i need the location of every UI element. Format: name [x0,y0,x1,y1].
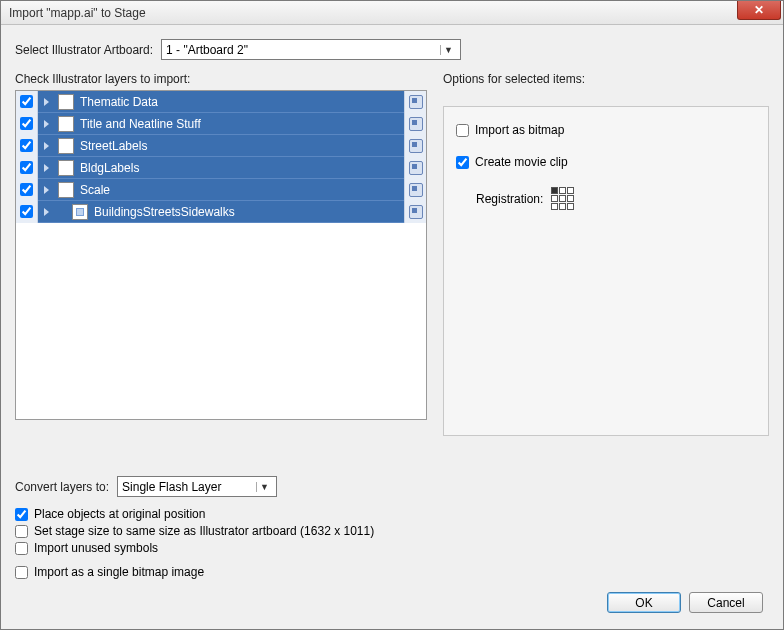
registration-row: Registration: [476,187,756,210]
dialog-content: Select Illustrator Artboard: 1 - "Artboa… [1,25,783,629]
layer-name: Thematic Data [78,95,404,109]
layer-row[interactable]: BldgLabels [16,157,426,179]
options-column: Options for selected items: Import as bi… [443,72,769,436]
triangle-right-icon [44,208,49,216]
bottom-section: Convert layers to: Single Flash Layer ▼ … [15,476,769,582]
triangle-right-icon [44,186,49,194]
layer-row[interactable]: Scale [16,179,426,201]
expand-toggle[interactable] [38,98,54,106]
layer-row[interactable]: Thematic Data [16,91,426,113]
cancel-button[interactable]: Cancel [689,592,763,613]
layer-options-icon [409,205,423,219]
layer-options-button[interactable] [404,91,426,113]
triangle-right-icon [44,142,49,150]
expand-toggle[interactable] [38,186,54,194]
layer-list[interactable]: Thematic DataTitle and Neatline StuffStr… [15,90,427,420]
layer-options-icon [409,161,423,175]
layer-row[interactable]: StreetLabels [16,135,426,157]
layer-options-icon [409,95,423,109]
options-panel: Import as bitmap Create movie clip Regis… [443,106,769,436]
layer-row[interactable]: Title and Neatline Stuff [16,113,426,135]
import-bitmap-label: Import as bitmap [475,123,564,137]
main-columns: Check Illustrator layers to import: Them… [15,72,769,436]
stage-size-label: Set stage size to same size as Illustrat… [34,524,374,538]
chevron-down-icon: ▼ [440,45,456,55]
expand-toggle[interactable] [38,208,54,216]
layer-checkbox-cell [16,179,38,201]
layer-name: Title and Neatline Stuff [78,117,404,131]
layer-checkbox[interactable] [20,117,33,130]
layer-checkbox-cell [16,91,38,113]
button-row: OK Cancel [15,592,769,619]
layer-checkbox[interactable] [20,161,33,174]
layer-options-icon [409,117,423,131]
unused-symbols-row: Import unused symbols [15,541,769,555]
ok-button[interactable]: OK [607,592,681,613]
options-heading: Options for selected items: [443,72,769,86]
movie-clip-checkbox[interactable] [456,156,469,169]
ok-label: OK [635,596,652,610]
unused-symbols-label: Import unused symbols [34,541,158,555]
unused-symbols-checkbox[interactable] [15,542,28,555]
layer-name: Scale [78,183,404,197]
layer-options-button[interactable] [404,201,426,223]
layer-options-icon [409,183,423,197]
layer-options-button[interactable] [404,157,426,179]
layer-checkbox-cell [16,113,38,135]
layer-checkbox[interactable] [20,95,33,108]
expand-toggle[interactable] [38,164,54,172]
layer-swatch-icon [72,204,88,220]
single-bitmap-checkbox[interactable] [15,566,28,579]
convert-value: Single Flash Layer [122,480,256,494]
import-bitmap-row: Import as bitmap [456,123,756,137]
layer-checkbox[interactable] [20,139,33,152]
layer-options-button[interactable] [404,135,426,157]
single-bitmap-row: Import as a single bitmap image [15,565,769,579]
place-original-checkbox[interactable] [15,508,28,521]
cancel-label: Cancel [707,596,744,610]
expand-toggle[interactable] [38,142,54,150]
stage-size-checkbox[interactable] [15,525,28,538]
convert-select[interactable]: Single Flash Layer ▼ [117,476,277,497]
place-original-label: Place objects at original position [34,507,205,521]
close-button[interactable]: ✕ [737,1,781,20]
layer-options-button[interactable] [404,113,426,135]
chevron-down-icon: ▼ [256,482,272,492]
convert-label: Convert layers to: [15,480,109,494]
layer-checkbox-cell [16,201,38,223]
layers-label: Check Illustrator layers to import: [15,72,427,86]
layer-checkbox[interactable] [20,205,33,218]
window-title: Import "mapp.ai" to Stage [9,6,146,20]
movie-clip-label: Create movie clip [475,155,568,169]
layer-checkbox[interactable] [20,183,33,196]
artboard-select[interactable]: 1 - "Artboard 2" ▼ [161,39,461,60]
convert-row: Convert layers to: Single Flash Layer ▼ [15,476,769,497]
layers-column: Check Illustrator layers to import: Them… [15,72,427,436]
layer-swatch-icon [58,94,74,110]
close-icon: ✕ [754,3,764,17]
artboard-row: Select Illustrator Artboard: 1 - "Artboa… [15,39,769,60]
layer-swatch-icon [58,182,74,198]
import-dialog: Import "mapp.ai" to Stage ✕ Select Illus… [0,0,784,630]
layer-checkbox-cell [16,157,38,179]
layer-options-button[interactable] [404,179,426,201]
triangle-right-icon [44,164,49,172]
triangle-right-icon [44,120,49,128]
layer-name: StreetLabels [78,139,404,153]
layer-row[interactable]: BuildingsStreetsSidewalks [16,201,426,223]
import-bitmap-checkbox[interactable] [456,124,469,137]
layer-swatch-icon [58,138,74,154]
layer-options-icon [409,139,423,153]
artboard-label: Select Illustrator Artboard: [15,43,153,57]
layer-swatch-icon [58,160,74,176]
movie-clip-row: Create movie clip [456,155,756,169]
expand-toggle[interactable] [38,120,54,128]
registration-grid[interactable] [551,187,574,210]
layer-name: BldgLabels [78,161,404,175]
single-bitmap-label: Import as a single bitmap image [34,565,204,579]
triangle-right-icon [44,98,49,106]
titlebar: Import "mapp.ai" to Stage ✕ [1,1,783,25]
artboard-value: 1 - "Artboard 2" [166,43,440,57]
layer-swatch-icon [58,116,74,132]
layer-checkbox-cell [16,135,38,157]
